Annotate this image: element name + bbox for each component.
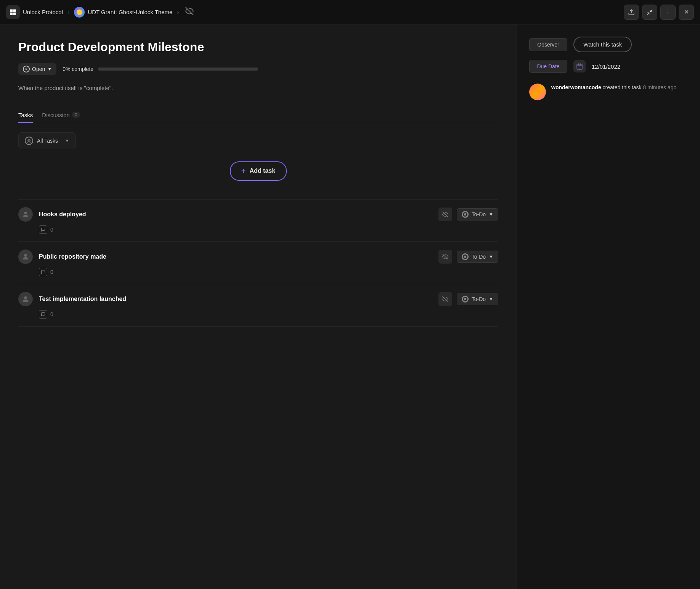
task-status-label-2: To-Do bbox=[472, 296, 486, 302]
add-task-plus-icon: + bbox=[241, 167, 246, 175]
upload-button[interactable] bbox=[624, 5, 639, 20]
svg-rect-3 bbox=[13, 12, 16, 15]
due-date-label: Due Date bbox=[529, 60, 567, 73]
main-layout: Product Development Milestone Open ▼ 0% … bbox=[0, 24, 700, 589]
task-description: When the product itself is "complete". bbox=[18, 84, 498, 93]
task-avatar-0 bbox=[18, 207, 33, 222]
task-eye-button-0[interactable] bbox=[438, 208, 452, 221]
filter-icon bbox=[25, 137, 33, 145]
status-bar: Open ▼ 0% complete bbox=[18, 63, 498, 75]
task-comments-2: 0 bbox=[39, 310, 498, 319]
task-avatar-1 bbox=[18, 249, 33, 264]
filter-row[interactable]: All Tasks ▼ bbox=[18, 132, 76, 149]
right-panel: Observer Watch this task Due Date 12/01/… bbox=[517, 24, 700, 589]
nav-actions: ⋮ ✕ bbox=[624, 5, 694, 20]
add-task-section: + Add task bbox=[18, 161, 498, 181]
progress-label: 0% complete bbox=[63, 66, 93, 72]
task-list: Hooks deployed To-Do ▼ bbox=[18, 199, 498, 327]
comment-icon-1 bbox=[39, 268, 47, 276]
hidden-icon bbox=[185, 7, 194, 17]
progress-section: 0% complete bbox=[63, 66, 498, 72]
comment-count-1: 0 bbox=[50, 269, 53, 275]
task-row-2: Test implementation launched To-Do bbox=[18, 292, 498, 306]
tab-tasks[interactable]: Tasks bbox=[18, 108, 33, 123]
task-status-0[interactable]: To-Do ▼ bbox=[457, 208, 498, 220]
task-name-2: Test implementation launched bbox=[39, 296, 432, 303]
progress-bar bbox=[98, 68, 258, 71]
page-title: Product Development Milestone bbox=[18, 40, 498, 54]
meta-row: Observer Watch this task bbox=[529, 37, 688, 52]
task-status-2[interactable]: To-Do ▼ bbox=[457, 293, 498, 305]
activity-row: wonderwomancode created this task 8 minu… bbox=[529, 84, 688, 100]
task-status-dot-0 bbox=[462, 211, 469, 218]
filter-label: All Tasks bbox=[37, 138, 58, 144]
nav-sep-2: › bbox=[177, 9, 179, 16]
task-avatar-2 bbox=[18, 292, 33, 306]
date-row: Due Date 12/01/2022 bbox=[529, 60, 688, 73]
discussion-badge: 0 bbox=[72, 112, 80, 118]
activity-avatar bbox=[529, 84, 546, 100]
task-actions-0: To-Do ▼ bbox=[438, 208, 498, 221]
compress-button[interactable] bbox=[642, 5, 657, 20]
activity-user: wonderwomancode bbox=[551, 84, 601, 90]
calendar-icon bbox=[573, 60, 586, 72]
open-label: Open bbox=[32, 66, 45, 72]
task-row: Hooks deployed To-Do ▼ bbox=[18, 207, 498, 222]
task-item-1: Public repository made To-Do bbox=[18, 241, 498, 284]
activity-avatar-img bbox=[529, 84, 546, 100]
brand-icon bbox=[6, 5, 20, 19]
close-button[interactable]: ✕ bbox=[679, 5, 694, 20]
task-name-0: Hooks deployed bbox=[39, 211, 432, 218]
svg-rect-14 bbox=[577, 64, 582, 69]
comment-count-2: 0 bbox=[50, 311, 53, 317]
task-eye-button-2[interactable] bbox=[438, 292, 452, 306]
task-status-label-0: To-Do bbox=[472, 211, 486, 217]
svg-rect-1 bbox=[13, 9, 16, 12]
task-row-1: Public repository made To-Do bbox=[18, 249, 498, 264]
brand-name[interactable]: Unlock Protocol bbox=[23, 9, 63, 15]
nav-sep-1: › bbox=[67, 9, 69, 16]
activity-action: created this task bbox=[603, 84, 643, 90]
comment-count-0: 0 bbox=[50, 227, 53, 233]
task-item-2: Test implementation launched To-Do bbox=[18, 284, 498, 327]
task-comments-0: 0 bbox=[39, 225, 498, 234]
more-button[interactable]: ⋮ bbox=[660, 5, 676, 20]
task-status-chevron-0: ▼ bbox=[489, 212, 493, 217]
task-status-1[interactable]: To-Do ▼ bbox=[457, 251, 498, 263]
svg-line-6 bbox=[647, 13, 649, 14]
comment-icon-2 bbox=[39, 310, 47, 319]
task-status-chevron-2: ▼ bbox=[489, 296, 493, 302]
status-chevron: ▼ bbox=[47, 66, 52, 72]
observer-label: Observer bbox=[529, 38, 567, 51]
add-task-label: Add task bbox=[250, 167, 276, 174]
project-name[interactable]: UDT Grant: Ghost-Unlock Theme bbox=[88, 9, 172, 15]
task-eye-button-1[interactable] bbox=[438, 250, 452, 264]
comment-icon-0 bbox=[39, 225, 47, 234]
tabs: Tasks Discussion 0 bbox=[18, 108, 498, 123]
task-comments-1: 0 bbox=[39, 268, 498, 276]
task-actions-2: To-Do ▼ bbox=[438, 292, 498, 306]
project-icon: 🟡 bbox=[74, 7, 85, 18]
filter-chevron: ▼ bbox=[65, 138, 69, 143]
svg-line-7 bbox=[650, 10, 652, 11]
svg-rect-0 bbox=[10, 9, 13, 12]
svg-point-8 bbox=[24, 212, 27, 214]
task-item: Hooks deployed To-Do ▼ bbox=[18, 199, 498, 241]
task-status-label-1: To-Do bbox=[472, 254, 486, 260]
task-status-dot-1 bbox=[462, 253, 469, 260]
task-status-chevron-1: ▼ bbox=[489, 254, 493, 259]
activity-text: wonderwomancode created this task 8 minu… bbox=[551, 84, 676, 92]
due-date-value: 12/01/2022 bbox=[592, 63, 620, 70]
status-open-button[interactable]: Open ▼ bbox=[18, 63, 56, 75]
watch-task-button[interactable]: Watch this task bbox=[573, 37, 632, 52]
tab-discussion[interactable]: Discussion 0 bbox=[42, 108, 80, 123]
svg-rect-2 bbox=[10, 12, 13, 15]
svg-point-12 bbox=[24, 296, 27, 299]
add-task-button[interactable]: + Add task bbox=[230, 161, 287, 181]
open-status-icon bbox=[23, 66, 30, 72]
task-name-1: Public repository made bbox=[39, 253, 432, 260]
left-panel: Product Development Milestone Open ▼ 0% … bbox=[0, 24, 517, 589]
topnav: Unlock Protocol › 🟡 UDT Grant: Ghost-Unl… bbox=[0, 0, 700, 24]
task-actions-1: To-Do ▼ bbox=[438, 250, 498, 264]
activity-time: 8 minutes ago bbox=[643, 84, 676, 90]
